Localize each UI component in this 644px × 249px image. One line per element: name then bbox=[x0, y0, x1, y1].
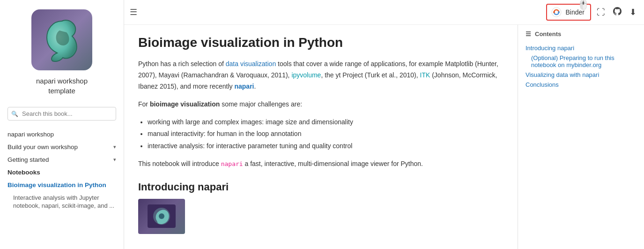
sidebar-section-notebooks: Notebooks bbox=[0, 166, 124, 179]
svg-point-2 bbox=[558, 11, 560, 13]
main-area: ☰ 🖱️ Binder ⛶ bbox=[124, 0, 644, 249]
logo-image bbox=[31, 9, 92, 70]
challenges-list: working with large and complex images: i… bbox=[148, 117, 499, 152]
list-item: manual interactivity: for human in the l… bbox=[148, 128, 499, 140]
napari-pink-link[interactable]: napari bbox=[221, 160, 243, 167]
toc-link-introducing[interactable]: Introducing napari bbox=[526, 45, 574, 52]
sidebar-item-interactive-analysis[interactable]: Interactive analysis with Jupyter notebo… bbox=[0, 191, 124, 213]
page-title: Bioimage visualization in Python bbox=[138, 34, 499, 51]
toolbar-left: ☰ bbox=[130, 7, 137, 17]
challenges-intro: For bioimage visualization some major ch… bbox=[138, 99, 499, 110]
chevron-down-icon: ▾ bbox=[113, 144, 116, 150]
page-content: Bioimage visualization in Python Python … bbox=[124, 25, 518, 249]
toc-list: Introducing napari (Optional) Preparing … bbox=[526, 43, 637, 90]
section-title: Introducing napari bbox=[138, 181, 499, 193]
logo-svg bbox=[43, 16, 81, 63]
logo-area: napari workshoptemplate bbox=[0, 0, 124, 103]
sidebar-item-build-workshop[interactable]: Build your own workshop ▾ bbox=[0, 141, 124, 153]
list-item: interactive analysis: for interactive pa… bbox=[148, 141, 499, 152]
svg-point-5 bbox=[159, 213, 164, 219]
fullscreen-icon[interactable]: ⛶ bbox=[595, 6, 607, 19]
search-container: 🔍 bbox=[7, 107, 116, 121]
toc-item: (Optional) Preparing to run this noteboo… bbox=[526, 53, 637, 70]
sidebar: napari workshoptemplate 🔍 napari worksho… bbox=[0, 0, 124, 249]
toc-link-optional[interactable]: (Optional) Preparing to run this noteboo… bbox=[531, 54, 614, 68]
toc-sidebar: ☰ Contents Introducing napari (Optional)… bbox=[518, 25, 644, 249]
sidebar-nav: napari workshop Build your own workshop … bbox=[0, 126, 124, 215]
sidebar-item-getting-started[interactable]: Getting started ▾ bbox=[0, 153, 124, 166]
book-title: napari workshoptemplate bbox=[36, 76, 88, 96]
svg-point-1 bbox=[553, 11, 555, 13]
hamburger-icon[interactable]: ☰ bbox=[130, 7, 137, 17]
toolbar: ☰ 🖱️ Binder ⛶ bbox=[124, 0, 644, 25]
notebook-thumbnail bbox=[138, 199, 185, 234]
toc-icon: ☰ bbox=[526, 30, 531, 38]
intro-paragraph: Python has a rich selection of data visu… bbox=[138, 59, 499, 92]
toolbar-right: 🖱️ Binder ⛶ ⬇ bbox=[546, 4, 638, 21]
notebook-intro-paragraph: This notebook will introduce napari a fa… bbox=[138, 158, 499, 170]
napari-link-1[interactable]: napari bbox=[234, 83, 254, 90]
data-viz-link[interactable]: data visualization bbox=[226, 60, 276, 68]
binder-button[interactable]: 🖱️ Binder bbox=[546, 4, 591, 21]
sidebar-item-napari-workshop[interactable]: napari workshop bbox=[0, 128, 124, 141]
list-item: working with large and complex images: i… bbox=[148, 117, 499, 128]
sidebar-item-bioimage-viz[interactable]: Bioimage visualization in Python bbox=[0, 179, 124, 191]
toc-link-conclusions[interactable]: Conclusions bbox=[526, 81, 559, 88]
content-area: Bioimage visualization in Python Python … bbox=[124, 25, 644, 249]
chevron-down-icon: ▾ bbox=[113, 157, 116, 163]
search-icon: 🔍 bbox=[11, 111, 18, 117]
search-input[interactable] bbox=[7, 107, 116, 121]
toc-header: ☰ Contents bbox=[526, 30, 637, 38]
toc-item: Conclusions bbox=[526, 80, 637, 90]
binder-logo-icon bbox=[551, 7, 562, 18]
download-icon[interactable]: ⬇ bbox=[628, 5, 638, 19]
toc-item: Visualizing data with napari bbox=[526, 70, 637, 80]
cursor-icon: 🖱️ bbox=[577, 0, 589, 10]
itk-link[interactable]: ITK bbox=[420, 71, 430, 79]
ipyvolume-link[interactable]: ipyvolume bbox=[291, 71, 321, 79]
github-icon[interactable] bbox=[611, 5, 624, 20]
toc-item: Introducing napari bbox=[526, 43, 637, 53]
toc-link-visualizing[interactable]: Visualizing data with napari bbox=[526, 71, 599, 78]
